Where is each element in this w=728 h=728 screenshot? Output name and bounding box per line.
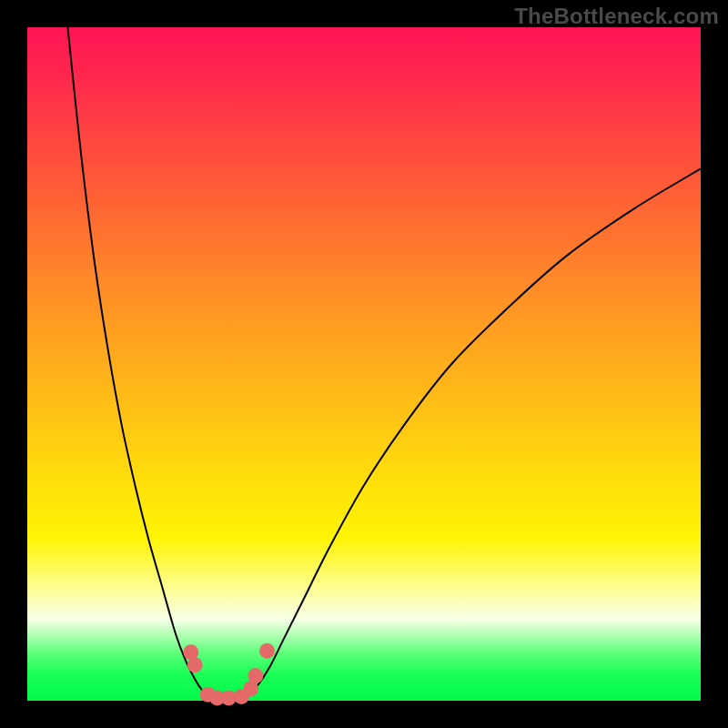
data-marker (248, 668, 263, 683)
data-marker (187, 657, 203, 672)
plot-area (27, 27, 701, 701)
watermark-text: TheBottleneck.com (514, 4, 719, 29)
curve-right-branch (243, 168, 701, 701)
data-marker (259, 643, 275, 659)
curve-left-branch (67, 27, 216, 701)
data-markers (183, 643, 275, 706)
curve-layer (27, 27, 701, 701)
chart-frame: TheBottleneck.com (0, 0, 728, 728)
